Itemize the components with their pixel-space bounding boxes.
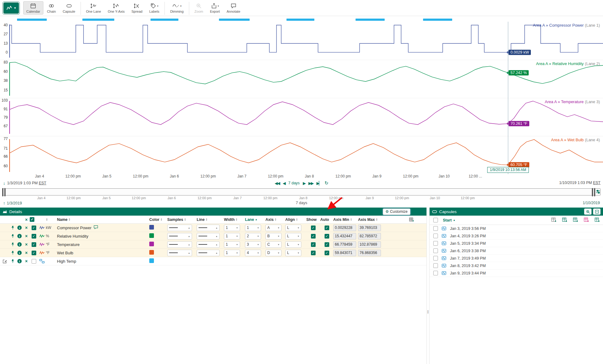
capsule-row[interactable]: ✓ Jan 4, 2019 3:26 PM — [430, 232, 603, 240]
samples-style-dropdown[interactable]: ▲ — [167, 233, 192, 239]
select-all-capsules-checkbox[interactable]: ✓ — [433, 218, 438, 222]
investigate-end-date[interactable]: 1/10/2019 — [583, 201, 600, 205]
col-samples[interactable]: Samples▲▼ — [167, 217, 197, 222]
col-auto[interactable]: Auto — [320, 217, 333, 222]
toolbar-one-lane-button[interactable]: One Lane — [83, 1, 104, 15]
customize-button[interactable]: ⚙ Customize — [383, 208, 410, 215]
info-icon[interactable]: i — [16, 234, 23, 238]
capsule-zoom-button[interactable] — [584, 208, 592, 215]
axis-min-input[interactable] — [333, 225, 356, 231]
pin-icon[interactable] — [9, 251, 16, 255]
line-width-dropdown[interactable]: 1▼ — [224, 233, 240, 239]
show-checkbox[interactable]: ✓ — [311, 226, 316, 230]
details-signal-row[interactable]: i × ✓ % Relative Humidity ▲ ▲ 1▼ 2▼ B▼ L… — [0, 232, 426, 240]
add-stat-column-icon[interactable] — [595, 217, 600, 223]
axis-dropdown[interactable]: A▼ — [265, 225, 282, 231]
samples-style-dropdown[interactable]: ▲ — [167, 241, 192, 248]
axis-min-input[interactable] — [333, 233, 356, 239]
col-width[interactable]: Width▲▼ — [224, 217, 245, 222]
col-axis-min[interactable]: Axis Min▲▼ — [333, 217, 358, 222]
y-axis-lane-3[interactable]: 103917967 — [0, 98, 9, 136]
axis-min-input[interactable] — [333, 250, 356, 256]
show-checkbox[interactable]: ✓ — [311, 234, 316, 239]
row-checkbox[interactable]: ✓ — [32, 234, 36, 239]
x-axis[interactable]: Jan 412:00 pmJan 512:00 pmJan 612:00 pmJ… — [9, 174, 603, 180]
samples-style-dropdown[interactable]: ▲ — [167, 250, 192, 256]
lane-dropdown[interactable]: 4▼ — [245, 250, 261, 256]
trend-tool-dropdown[interactable]: ▼ — [3, 2, 19, 14]
show-checkbox[interactable]: ✓ — [311, 242, 316, 247]
color-swatch[interactable] — [149, 233, 154, 238]
details-condition-row[interactable]: i × ✓ High Temp — [0, 257, 426, 265]
remove-icon[interactable]: × — [23, 225, 30, 230]
edit-icon[interactable] — [0, 259, 9, 264]
y-axis-lane-1[interactable]: 4027130 — [0, 22, 9, 60]
line-style-dropdown[interactable]: ▲ — [197, 250, 220, 256]
capsule-row[interactable]: ✓ Jan 8, 2019 3:42 PM — [430, 262, 603, 270]
color-swatch[interactable] — [149, 250, 154, 255]
pan-far-right-button[interactable]: ▶▶ — [308, 181, 313, 186]
capsule-bar[interactable] — [219, 19, 250, 21]
refresh-button[interactable]: ↻ — [325, 180, 329, 186]
lane-2-plot[interactable]: Area A » Relative Humidity(Lane 2) 57.24… — [9, 60, 603, 98]
capsule-bar[interactable] — [151, 19, 178, 21]
toolbar-export-button[interactable]: ▾ Export — [207, 1, 223, 15]
col-name[interactable]: Name▲▼ — [57, 217, 149, 222]
info-icon[interactable]: i — [16, 226, 23, 230]
capsule-row[interactable]: ✓ Jan 6, 2019 3:38 PM — [430, 247, 603, 255]
range-adjust-icon[interactable] — [595, 189, 601, 196]
color-swatch[interactable] — [149, 225, 154, 230]
align-dropdown[interactable]: L▼ — [285, 250, 301, 256]
pin-icon[interactable] — [9, 242, 16, 247]
details-signal-row[interactable]: i × ✓ kW Compressor Power ▲ ▲ 1▼ 1▼ A▼ L… — [0, 224, 426, 232]
capsule-bar[interactable] — [423, 19, 452, 21]
range-slider-right-handle[interactable] — [592, 188, 595, 196]
lane-dropdown[interactable]: 1▼ — [245, 225, 261, 231]
capsule-checkbox[interactable]: ✓ — [433, 271, 438, 275]
capsule-bar[interactable] — [356, 19, 385, 21]
info-icon[interactable]: i — [16, 242, 23, 247]
capsule-row[interactable]: ✓ Jan 9, 2019 3:44 PM — [430, 270, 603, 277]
duration-button[interactable]: 7 days — [288, 181, 300, 185]
toolbar-labels-button[interactable]: ▾ Labels — [146, 1, 162, 15]
col-line[interactable]: Line▲▼ — [197, 217, 224, 222]
pin-icon[interactable] — [9, 234, 16, 238]
step-to-end-button[interactable]: ▶▏ — [317, 181, 321, 186]
trend-chart[interactable]: 4027130 Area A » Compressor Power(Lane 1… — [0, 16, 603, 180]
line-style-dropdown[interactable]: ▲ — [197, 225, 220, 231]
row-checkbox[interactable]: ✓ — [32, 259, 36, 264]
info-icon[interactable]: i — [16, 259, 23, 263]
collapse-panel-button[interactable] — [593, 208, 601, 215]
add-column-icon[interactable] — [551, 217, 557, 223]
auto-checkbox[interactable]: ✓ — [325, 242, 329, 247]
select-all-checkbox[interactable]: ✓ — [30, 217, 34, 222]
row-checkbox[interactable]: ✓ — [32, 226, 36, 230]
pan-far-left-button[interactable]: ◀◀ — [275, 181, 280, 186]
signal-name[interactable]: Temperature — [57, 242, 80, 247]
col-color[interactable]: Color▲▼ — [149, 217, 167, 222]
lane-3-plot[interactable]: Area A » Temperature(Lane 3) 70.261 °F — [9, 98, 603, 136]
col-start[interactable]: Start▲ — [443, 218, 455, 222]
remove-icon[interactable]: × — [23, 242, 30, 247]
info-icon[interactable]: i — [16, 251, 23, 255]
add-column-icon[interactable] — [409, 217, 414, 222]
color-swatch[interactable] — [149, 258, 154, 263]
capsule-bar[interactable] — [17, 19, 47, 21]
capsule-checkbox[interactable]: ✓ — [433, 263, 438, 268]
condition-name[interactable]: High Temp — [57, 259, 76, 264]
toolbar-dimming-button[interactable]: ▾ Dimming — [167, 1, 186, 15]
axis-max-input[interactable] — [358, 225, 381, 231]
lane-dropdown[interactable]: 2▼ — [245, 233, 261, 239]
align-dropdown[interactable]: L▼ — [285, 241, 301, 248]
col-axis[interactable]: Axis▲▼ — [265, 217, 285, 222]
line-style-dropdown[interactable]: ▲ — [197, 241, 220, 248]
capsule-checkbox[interactable]: ✓ — [433, 226, 438, 231]
col-align[interactable]: Align▲▼ — [285, 217, 306, 222]
auto-checkbox[interactable]: ✓ — [325, 251, 329, 255]
col-show[interactable]: Show — [306, 217, 320, 222]
toolbar-calendar-button[interactable]: Calendar — [23, 1, 43, 15]
auto-checkbox[interactable]: ✓ — [325, 234, 329, 239]
signal-name[interactable]: Relative Humidity — [57, 234, 88, 239]
toolbar-capsule-button[interactable]: Capsule — [59, 1, 78, 15]
capsule-checkbox[interactable]: ✓ — [433, 256, 438, 261]
